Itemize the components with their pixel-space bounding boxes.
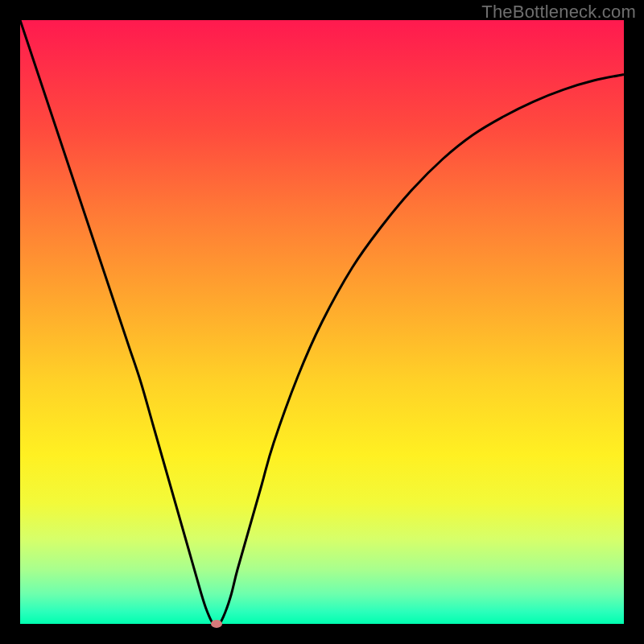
bottleneck-curve — [20, 20, 624, 625]
min-marker — [211, 620, 222, 628]
curve-svg — [20, 20, 624, 624]
plot-area — [20, 20, 624, 624]
chart-frame: TheBottleneck.com — [0, 0, 644, 644]
